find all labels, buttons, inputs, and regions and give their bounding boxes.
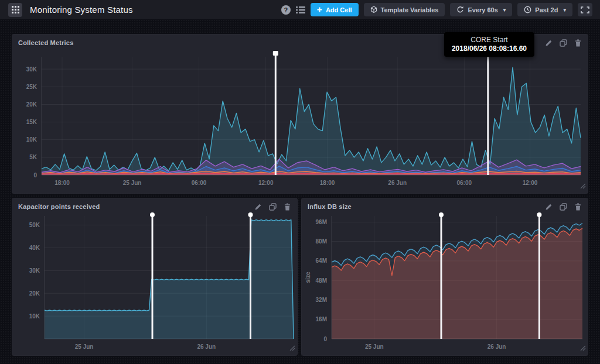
presentation-mode-button[interactable] [578,3,592,16]
x-tick-label: 25 Jun [365,344,384,350]
y-tick-label: 30K [26,66,38,73]
panel-influx-db-size: Influx DB size [301,198,588,356]
refresh-interval-dropdown[interactable]: Every 60s ▾ [450,3,512,16]
x-tick-label: 06:00 [192,180,207,186]
annotation-handle[interactable] [537,212,541,217]
resize-handle[interactable] [289,343,295,353]
y-tick-label: 32M [316,297,327,303]
y-tick-label: 64M [316,257,327,264]
annotation-tooltip-title: CORE Start [449,36,530,44]
annotation-handle[interactable] [150,212,155,217]
apps-grid-icon [12,6,19,13]
x-tick-label: 26 Jun [488,344,506,350]
x-tick-label: 18:00 [320,180,335,186]
delete-cell-button[interactable] [284,203,291,211]
duplicate-cell-button[interactable] [560,39,567,47]
chart-svg: 05K10K15K20K25K30K18:0025 Jun06:0012:001… [12,49,588,193]
chevron-down-icon: ▾ [503,7,506,13]
x-tick-label: 06:00 [457,180,472,186]
cube-icon [370,6,377,13]
add-cell-button[interactable]: Add Cell [311,3,359,16]
chevron-down-icon: ▾ [563,7,566,13]
apps-grid-icon-button[interactable] [8,3,22,17]
x-tick-label: 26 Jun [197,344,216,350]
x-tick-label: 12:00 [523,180,538,186]
add-cell-label: Add Cell [326,6,352,13]
help-icon[interactable]: ? [281,5,291,15]
edit-cell-button[interactable] [545,39,553,47]
y-tick-label: 50K [29,222,40,228]
resize-handle[interactable] [580,343,586,353]
y-tick-label: 0 [323,336,327,342]
y-tick-label: 10K [29,313,40,320]
header: Monitoring System Status ? Add Cell Temp… [0,0,600,19]
annotation-handle[interactable] [273,51,278,56]
delete-cell-button[interactable] [574,203,582,211]
panel-header: Influx DB size [302,198,588,212]
panel-title: Collected Metrics [18,39,73,46]
duplicate-cell-button[interactable] [560,203,567,211]
y-tick-label: 80M [316,238,327,245]
trash-icon [284,203,291,211]
series-area-teal [42,67,581,175]
x-tick-label: 26 Jun [388,180,407,186]
refresh-interval-label: Every 60s [468,6,497,13]
duplicate-cell-button[interactable] [269,203,277,211]
chart-svg: 10K20K30K40K50K25 Jun26 Jun [12,212,297,355]
panel-collected-metrics: Collected Metrics [12,34,588,194]
series-line-red [42,173,581,174]
resize-handle[interactable] [580,181,586,191]
y-tick-label: 25K [26,84,38,90]
panel-title: Kapacitor points received [18,203,100,210]
y-tick-label: 0 [33,172,37,178]
trash-icon [574,203,582,211]
x-tick-label: 25 Jun [75,344,94,350]
annotation-handle[interactable] [439,212,444,217]
annotation-handle[interactable] [248,212,253,217]
annotations-list-button[interactable] [296,6,305,14]
delete-cell-button[interactable] [574,39,582,47]
y-tick-label: 48M [316,277,327,284]
x-tick-label: 12:00 [258,180,274,186]
y-tick-label: 96M [316,219,327,225]
influx-db-size-chart[interactable]: 016M32M48M64M80M96M25 Jun26 Junsize [302,212,588,355]
panel-header: Kapacitor points received [12,198,297,212]
y-tick-label: 20K [26,101,38,108]
y-tick-label: 15K [26,119,38,125]
pencil-icon [545,39,553,47]
dashboard: Collected Metrics [0,19,600,364]
y-tick-label: 16M [316,316,327,322]
pencil-icon [545,203,553,211]
template-variables-button[interactable]: Template Variables [364,3,445,16]
template-variables-label: Template Variables [381,6,439,13]
annotation-tooltip: CORE Start 2018/06/26 08:08:16.60 [444,32,534,57]
fullscreen-icon [581,6,589,13]
y-tick-label: 30K [29,267,40,274]
kapacitor-points-chart[interactable]: 10K20K30K40K50K25 Jun26 Jun [12,212,297,355]
y-tick-label: 5K [29,154,38,160]
panel-kapacitor-points: Kapacitor points received [12,198,298,356]
clock-icon [524,6,531,13]
panel-title: Influx DB size [308,203,352,210]
y-tick-label: 40K [29,245,40,251]
duplicate-icon [560,39,567,47]
edit-cell-button[interactable] [254,203,262,211]
collected-metrics-chart[interactable]: 05K10K15K20K25K30K18:0025 Jun06:0012:001… [12,49,588,193]
duplicate-icon [560,203,567,211]
edit-cell-button[interactable] [545,203,553,211]
y-tick-label: 20K [29,290,40,297]
annotation-tooltip-timestamp: 2018/06/26 08:08:16.60 [449,44,530,53]
chart-svg: 016M32M48M64M80M96M25 Jun26 Junsize [302,212,588,355]
y-tick-label: 10K [26,136,38,143]
series-area-teal [45,220,294,339]
trash-icon [574,39,582,47]
refresh-icon [456,6,464,13]
pencil-icon [254,203,262,211]
x-tick-label: 18:00 [54,180,70,186]
time-range-label: Past 2d [535,6,558,13]
time-range-dropdown[interactable]: Past 2d ▾ [517,3,572,16]
page-title: Monitoring System Status [30,5,133,15]
x-tick-label: 25 Jun [123,180,142,186]
plus-icon [317,7,322,12]
y-axis-label: size [305,272,311,283]
